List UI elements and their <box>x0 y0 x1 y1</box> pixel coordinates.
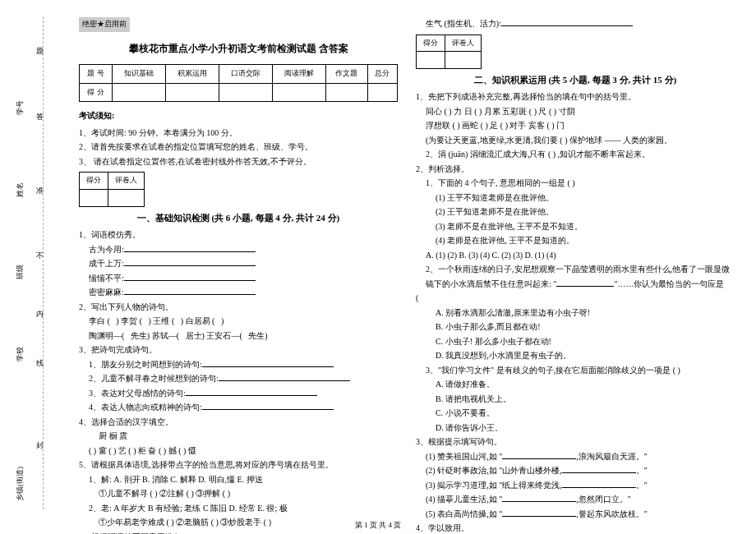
r-q2-o2: (3) 老师不是在批评他, 王平不是不知道。 <box>416 219 735 234</box>
score-h6: 总分 <box>367 64 398 83</box>
notice-1: 1、考试时间: 90 分钟。本卷满分为 100 分。 <box>79 126 398 140</box>
score-h3: 口语交际 <box>219 64 272 83</box>
mini-score-1: 得分 评卷人 <box>79 172 145 207</box>
section1-title: 一、基础知识检测 (共 6 小题, 每题 4 分, 共计 24 分) <box>79 210 398 226</box>
ms1-c1: 得分 <box>80 173 108 190</box>
q3-i3: 3、表达对父母感情的诗句: <box>79 386 398 401</box>
r-q3-i0: (1) 赞美祖国山河,如 ",浪淘风簸自天涯。" <box>416 449 735 464</box>
score-h0: 题 号 <box>80 64 113 83</box>
margin-label-class: 班级 <box>15 265 25 279</box>
right-column: 生气 (指生机、活力): 得分 评卷人 二、知识积累运用 (共 5 小题, 每题… <box>411 16 740 501</box>
seal-char-1: 封 <box>35 435 45 440</box>
q1-stem: 1、词语模仿秀。 <box>79 228 398 242</box>
seal-char-6: 答 <box>35 107 45 112</box>
secret-tag: 绝密★启用前 <box>79 17 130 32</box>
q4-i1: 1、解: A. 剖开 B. 消除 C. 解释 D. 明白,懂 E. 押送 <box>79 472 398 487</box>
q2-r2: 陶渊明—( 先生) 苏轼—( 居士) 王安石—( 先生) <box>79 329 398 343</box>
seal-char-2: 线 <box>35 353 45 358</box>
score-h2: 积累运用 <box>165 64 219 83</box>
r-q2b-o1: B. 小虫子那么多,而且都在动! <box>416 320 735 334</box>
binding-margin: 乡镇(街道) 学校 班级 姓名 学号 封 线 内 不 准 答 题 <box>0 0 66 534</box>
seal-char-3: 内 <box>35 304 45 309</box>
q3-i1: 1、朋友分别之时间想到的诗句: <box>79 357 398 372</box>
notice-2: 2、请首先按要求在试卷的指定位置填写您的姓名、班级、学号。 <box>79 140 398 154</box>
q4-rowp: ( ) 窗 ( ) 艺 ( ) 柜 奋 ( ) 撼 ( ) 慑 <box>79 444 398 458</box>
r-q2c-o2: C. 小说不要看。 <box>416 406 735 421</box>
q1-l1: 古为今用: <box>79 242 398 257</box>
score-h4: 阅读理解 <box>272 64 325 83</box>
mini-score-2: 得分 评卷人 <box>416 35 482 70</box>
r-q2-stem: 2、判析选择。 <box>416 162 735 177</box>
r-q2c-o0: A. 请做好准备。 <box>416 377 735 392</box>
q4-i2: 2、老: A 年岁大 B 有经验; 老练 C 陈旧 D. 经常 E. 很; 极 <box>79 501 398 516</box>
r-q2-ans: A. (1) (2) B. (3) (4) C. (2) (3) D. (1) … <box>416 248 735 263</box>
notice-head: 考试须知: <box>79 108 398 123</box>
ms2-c1: 得分 <box>417 35 445 52</box>
doc-title: 攀枝花市重点小学小升初语文考前检测试题 含答案 <box>79 40 398 58</box>
r-q2-o0: (1) 王平不知道老师是在批评他。 <box>416 191 735 205</box>
r-q3-i4: (5) 表白高尚情操,如 ",誉起东风吹故枝。" <box>416 507 735 522</box>
page-footer: 第 1 页 共 4 页 <box>0 520 756 531</box>
r-q1-r0: 同心 ( ) 力 日 ( ) 月累 五彩斑 ( ) 尺 ( ) 寸阴 <box>416 104 735 119</box>
r-q1-r3: 2、涓 (juān) 涓细流汇成大海,只有 ( ) ,知识才能不断丰富起来。 <box>416 147 735 162</box>
r-q3-stem: 3、根据提示填写诗句。 <box>416 435 735 449</box>
q4-sub: 5、请根据具体语境,选择带点字的恰当意思,将对应的序号填在括号里。 <box>79 458 398 472</box>
margin-label-township: 乡镇(街道) <box>15 467 25 501</box>
section2-title: 二、知识积累运用 (共 5 小题, 每题 3 分, 共计 15 分) <box>416 72 735 88</box>
q4-i1a: ①儿童不解寻 ( ) ②注解 ( ) ③押解 ( ) <box>79 486 398 501</box>
score-table: 题 号 知识基础 积累运用 口语交际 阅读理解 作文题 总分 得 分 <box>79 64 398 103</box>
q3-i2: 2、儿童不解寻春之时候想到的诗句: <box>79 371 398 386</box>
ms1-c2: 评卷人 <box>108 173 145 190</box>
left-column: 绝密★启用前 攀枝花市重点小学小升初语文考前检测试题 含答案 题 号 知识基础 … <box>74 16 403 501</box>
score-row2: 得 分 <box>80 83 113 102</box>
r-q2-sub3: 3、"我们学习文件" 是有歧义的句子,接在它后面能消除歧义的一项是 ( ) <box>416 363 735 378</box>
margin-label-school: 学校 <box>15 347 25 361</box>
r-q1-stem: 1、先把下列成语补充完整,再选择恰当的填在句中的括号里。 <box>416 90 735 104</box>
margin-label-id: 学号 <box>15 100 25 115</box>
r-q2-sub2p: ( <box>416 291 735 306</box>
q3-i4: 4、表达人物志向或精神的诗句: <box>79 400 398 415</box>
r-q2-sub2: 2、一个秋雨连绵的日子,安尼想观察一下晶莹透明的雨水里有些什么,他看了一眼显微镜… <box>416 262 735 291</box>
r-q2c-o3: D. 请你告诉小王。 <box>416 421 735 435</box>
seal-char-5: 准 <box>35 181 45 186</box>
q2-r1: 李白 ( ) 李贺 ( ) 王维 ( ) 白居易 ( ) <box>79 314 398 329</box>
r-q2b-o0: A. 别看水滴那么清澈,原来里边有小虫子呀! <box>416 306 735 320</box>
q4-stem: 4、选择合适的汉字填空。 <box>79 415 398 430</box>
q1-l3: 惴惴不平: <box>79 271 398 286</box>
q3-stem: 3、把诗句完成诗句。 <box>79 343 398 357</box>
r-q2c-o1: B. 请把电视机关上。 <box>416 392 735 407</box>
margin-label-name: 姓名 <box>15 182 25 197</box>
q4-rowc: 厨 橱 震 <box>79 429 398 444</box>
r-q1-r2: (为要让天更蓝,地更绿,水更清,我们要 ( ) 保护地球 —— 人类的家园。 <box>416 133 735 148</box>
ms2-c2: 评卷人 <box>445 35 482 52</box>
r-top-line: 生气 (指生机、活力): <box>416 16 735 31</box>
q1-l2: 成千上万: <box>79 256 398 271</box>
r-q2-o3: (4) 老师是在批评他, 王平不是知道的。 <box>416 233 735 248</box>
r-q3-i1: (2) 针砭时事政治,如 "山外青山楼外楼,。" <box>416 463 735 478</box>
r-q3-i2: (3) 揭示学习道理,如 "纸上得来终觉浅,。" <box>416 478 735 493</box>
q2-stem: 2、写出下列人物的诗句。 <box>79 300 398 315</box>
r-q3-i3: (4) 描摹儿童生活,如 ",忽然闭口立。" <box>416 492 735 507</box>
seal-char-4: 不 <box>35 246 45 251</box>
q1-l4: 密密麻麻: <box>79 285 398 300</box>
score-h5: 作文题 <box>325 64 367 83</box>
notice-3: 3、 请在试卷指定位置作答,在试卷密封线外作答无效,不予评分。 <box>79 154 398 169</box>
r-q2-sub: 1、下面的 4 个句子, 意思相同的一组是 ( ) <box>416 176 735 191</box>
r-q2b-o2: C. 小虫子! 那么多小虫子都在动! <box>416 334 735 349</box>
seal-char-7: 题 <box>35 41 45 46</box>
r-q2-o1: (2) 王平知道老师不是在批评他。 <box>416 205 735 219</box>
r-q1-r1: 浮想联 ( ) 画蛇 ( ) 足 ( ) 对手 宾客 ( ) 门 <box>416 118 735 133</box>
score-h1: 知识基础 <box>113 64 166 83</box>
r-q2b-o3: D. 我真没想到,小水滴里是有虫子的。 <box>416 348 735 363</box>
